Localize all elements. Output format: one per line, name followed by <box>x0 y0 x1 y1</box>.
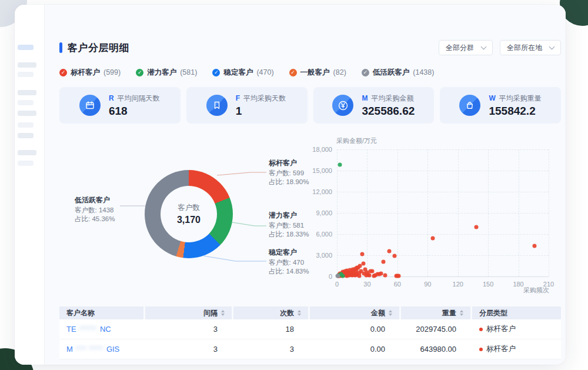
scatter-point[interactable] <box>474 225 478 229</box>
column-header[interactable]: 间隔 <box>145 306 232 319</box>
stat-label: F平均采购天数 <box>236 94 288 104</box>
scatter-point[interactable] <box>338 163 342 167</box>
legend-item[interactable]: ✓一般客户(82) <box>289 68 346 78</box>
title-wrap: 客户分层明细 <box>59 41 129 55</box>
column-header-label: 客户名称 <box>66 308 95 318</box>
donut-callout: 稳定客户客户数: 470占比: 14.83% <box>266 248 309 275</box>
sidebar-skeleton-item[interactable] <box>18 100 34 105</box>
gridline-vertical <box>367 149 368 276</box>
sidebar-skeleton-item[interactable] <box>18 111 36 116</box>
legend-item[interactable]: ✓潜力客户(581) <box>136 68 197 78</box>
sort-desc-arrow <box>298 314 301 316</box>
legend-item[interactable]: ✓标杆客户(599) <box>59 68 121 78</box>
scatter-point[interactable] <box>370 269 375 273</box>
weight-cell: 2029745.00 <box>401 319 470 339</box>
stat-cards: R平均间隔天数618F平均采购天数1M平均采购金额325586.62W平均采购重… <box>59 87 561 124</box>
stat-texts: R平均间隔天数618 <box>109 94 161 118</box>
stat-value: 1 <box>236 105 288 118</box>
scatter-point[interactable] <box>357 274 361 278</box>
donut-center-label: 客户数 <box>178 203 200 213</box>
donut-callout-line: 客户数: 470 <box>269 258 309 266</box>
legend-count: (82) <box>333 68 346 76</box>
sort-icon[interactable] <box>298 310 301 316</box>
column-header: 分层类型 <box>472 306 561 319</box>
location-filter-dropdown[interactable]: 全部所在地 <box>500 40 561 55</box>
sidebar-skeleton-item[interactable] <box>18 72 34 77</box>
times-cell: 18 <box>233 319 308 339</box>
donut-chart: 客户数 3,170 标杆客户客户数: 599占比: 18.90%潜力客户客户数:… <box>59 133 313 298</box>
y-axis-tick-label: 15,000 <box>312 167 332 174</box>
donut-callout: 低活跃客户客户数: 1438占比: 45.36% <box>75 196 115 223</box>
name-visible-part: M <box>66 345 73 354</box>
sort-icon[interactable] <box>221 310 225 316</box>
check-circle-icon: ✓ <box>212 69 220 76</box>
x-axis-tick-label: 120 <box>453 281 463 288</box>
x-axis-tick-label: 0 <box>335 281 339 288</box>
scatter-point[interactable] <box>392 254 396 258</box>
gridline-horizontal <box>337 255 549 256</box>
sidebar-skeleton-item[interactable] <box>18 122 34 128</box>
sidebar-skeleton-item[interactable] <box>18 45 34 50</box>
legend-item[interactable]: ✓稳定客户(470) <box>212 68 273 78</box>
scatter-point[interactable] <box>383 274 387 278</box>
gridline-horizontal <box>337 192 549 192</box>
customer-name-link[interactable]: TE*****NC <box>66 325 111 334</box>
donut-callout-line: 占比: 18.33% <box>269 230 309 238</box>
legend-label: 标杆客户 <box>71 68 100 78</box>
scatter-point[interactable] <box>381 260 385 264</box>
column-header: 客户名称 <box>59 306 143 319</box>
legend-item[interactable]: ✓低活跃客户(1438) <box>362 68 435 78</box>
filters: 全部分群 全部所在地 <box>439 40 561 55</box>
check-circle-icon: ✓ <box>362 69 369 76</box>
sort-icon[interactable] <box>389 310 392 316</box>
stat-label-text: 平均采购金额 <box>371 94 413 104</box>
scatter-point[interactable] <box>361 262 365 266</box>
customer-name-link[interactable]: M*** ****GIS <box>66 345 119 354</box>
scatter-point[interactable] <box>336 274 340 278</box>
scatter-point[interactable] <box>341 274 345 278</box>
scatter-point[interactable] <box>367 274 371 278</box>
interval-cell: 3 <box>145 339 232 359</box>
sidebar-skeleton-item[interactable] <box>18 161 34 166</box>
donut-center: 客户数 3,170 <box>161 186 217 242</box>
sidebar-skeleton-item[interactable] <box>18 62 36 68</box>
sort-asc-arrow <box>460 310 463 312</box>
x-axis-tick-label: 90 <box>424 281 431 288</box>
amount-cell: 0.00 <box>310 339 399 359</box>
scatter-point[interactable] <box>396 274 400 278</box>
donut-ring[interactable]: 客户数 3,170 <box>145 170 233 258</box>
y-axis-tick-label: 0 <box>329 273 332 280</box>
stat-label: W平均采购重量 <box>489 94 541 104</box>
sidebar-skeleton-item[interactable] <box>18 90 36 95</box>
column-header-label: 分层类型 <box>479 308 507 318</box>
segment-legend: ✓标杆客户(599)✓潜力客户(581)✓稳定客户(470)✓一般客户(82)✓… <box>59 67 561 78</box>
scatter-point[interactable] <box>387 249 392 253</box>
donut-callout-line: 占比: 45.36% <box>75 215 115 223</box>
scatter-point[interactable] <box>430 236 435 240</box>
sidebar-skeleton-item[interactable] <box>18 133 34 138</box>
stat-label-text: 平均采购重量 <box>499 94 542 104</box>
column-header[interactable]: 次数 <box>233 306 308 319</box>
legend-count: (581) <box>180 68 197 76</box>
scatter-point[interactable] <box>533 244 537 248</box>
table-row: M*** ****GIS330.00643980.00标杆客户 <box>59 339 561 359</box>
sort-asc-arrow <box>298 310 301 312</box>
stat-label: R平均间隔天数 <box>109 94 161 104</box>
calendar-icon <box>79 95 101 116</box>
y-axis-tick-label: 6,000 <box>316 231 332 238</box>
sort-icon[interactable] <box>460 310 463 316</box>
donut-callout: 潜力客户客户数: 581占比: 18.33% <box>266 211 309 238</box>
segment-filter-dropdown[interactable]: 全部分群 <box>439 40 493 55</box>
column-header-label: 间隔 <box>203 308 218 318</box>
scatter-plot-area[interactable]: 03,0006,0009,00012,00015,00018,000030609… <box>337 149 549 277</box>
segment-type-label: 标杆客户 <box>486 344 516 354</box>
bag-icon <box>459 95 480 116</box>
column-header[interactable]: 重量 <box>401 306 470 319</box>
scatter-point[interactable] <box>360 252 364 256</box>
donut-leader-line <box>232 222 266 226</box>
column-header[interactable]: 金额 <box>310 306 399 319</box>
legend-label: 一般客户 <box>300 68 330 78</box>
stat-label-text: 平均采购天数 <box>243 94 286 104</box>
legend-count: (599) <box>103 68 121 76</box>
sidebar-skeleton-item[interactable] <box>18 150 36 155</box>
